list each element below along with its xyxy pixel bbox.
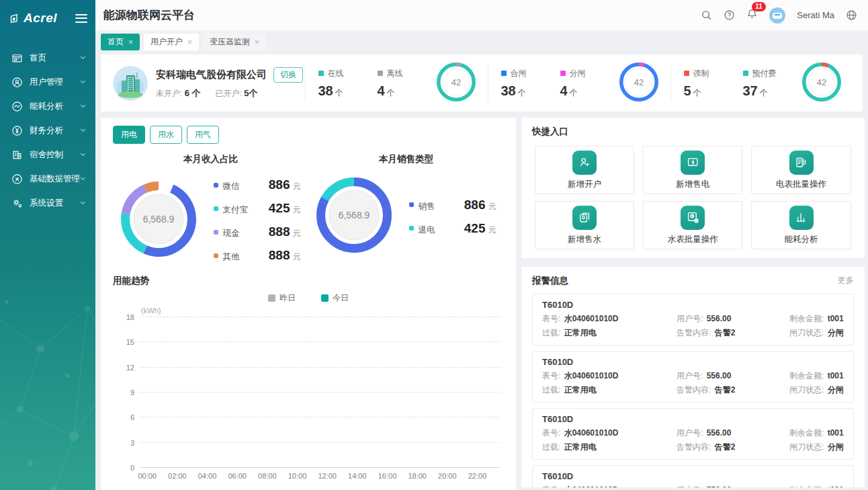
legend-unit: 元 [293,181,301,192]
language-globe-icon[interactable] [846,9,857,21]
trend-bar-chart: (kWh) 036912151800:0002:0004:0006:0008:0… [113,307,504,483]
page-title: 能源物联网云平台 [103,7,701,23]
energy-chip-用气[interactable]: 用气 [187,126,219,144]
trend-legend-今日[interactable]: 今日 [321,292,349,304]
gear-icon [11,198,23,209]
tab-open-account[interactable]: 用户开户× [144,34,199,50]
company-name: 安科瑞电气股份有限公司 [156,69,267,81]
alarm-field: 过载: 正常用电 [542,384,671,396]
quick-entry-新增开户[interactable]: 新增开户 [535,146,634,194]
energy-chip-用水[interactable]: 用水 [150,126,182,144]
energy-chip-用电[interactable]: 用电 [113,126,145,144]
energy-analysis-icon [789,206,814,230]
ring-gauge: 42 [619,63,658,101]
divider [670,65,671,101]
switch-company-button[interactable]: 切换 [273,67,303,83]
search-icon[interactable] [701,9,712,21]
income-donut-chart: 6,568.9 [121,181,196,259]
alarm-field: 过载: 正常用电 [542,327,671,339]
x-tick-label: 20:00 [438,472,457,480]
alarm-item[interactable]: T6010D表号: 水040601010D用户号: 556.00剩余金额: t0… [532,294,854,345]
sidebar-item-dormitory[interactable]: 宿舍控制 [0,142,95,167]
x-tick-label: 10:00 [288,472,307,480]
user-plus-icon [572,151,597,175]
alarm-device-id: T6010D [542,357,844,367]
legend-unit: 元 [293,228,301,239]
tab-label: 用户开户 [150,36,183,48]
sidebar-item-users[interactable]: 用户管理 [0,70,95,94]
stat-label: 预付费 [752,68,777,79]
quick-entry-水表批量操作[interactable]: 水表批量操作 [643,201,742,249]
help-icon[interactable] [724,9,735,21]
database-icon [11,173,23,185]
ring-gauge: 42 [437,63,476,101]
trend-legend: 昨日今日 [113,292,504,304]
sidebar-item-energy[interactable]: 能耗分析 [0,94,95,118]
sell-water-icon [572,206,597,230]
alarm-item[interactable]: T6010D表号: 水040601010D用户号: 556.00剩余金额: t0… [532,408,854,460]
avatar[interactable] [769,7,785,24]
close-icon[interactable]: × [255,38,259,47]
tab-home[interactable]: 首页× [101,34,140,50]
y-tick-label: 15 [126,338,134,346]
alarm-item[interactable]: T6010D表号: 水040601010D用户号: 556.00剩余金额: t0… [532,351,854,403]
svg-text:6,568.9: 6,568.9 [338,210,370,220]
sidebar-pattern [0,261,95,490]
sidebar-item-settings[interactable]: 系统设置 [0,191,95,215]
alarm-more-link[interactable]: 更多 [838,275,854,286]
sidebar-item-label: 系统设置 [30,198,80,209]
sidebar-item-finance[interactable]: 财务分析 [0,118,95,142]
overview-stat-离线: 离线4个 [378,68,419,99]
ring-gauge: 42 [802,63,841,101]
sidebar-item-basedata[interactable]: 基础数据管理 [0,167,95,191]
quick-entry-能耗分析[interactable]: 能耗分析 [751,201,851,249]
quick-entry-新增售电[interactable]: 新增售电 [643,146,742,194]
alarm-field: 剩余金额: t001 [789,427,844,439]
close-icon[interactable]: × [187,38,192,47]
close-icon[interactable]: × [128,38,133,47]
chart-title: 本月收入占比 [113,153,308,165]
company-block: 安科瑞电气股份有限公司 切换 未开户: 6 个已开户: 5个 [113,66,302,101]
y-tick-label: 0 [130,464,134,472]
legend-label: 其他 [223,251,261,263]
x-tick-label: 18:00 [408,472,427,480]
sidebar-item-label: 财务分析 [30,125,80,136]
stat-label: 离线 [387,68,403,79]
legend-square [321,294,329,302]
sidebar-item-home[interactable]: 首页 [0,46,95,70]
overview-stat-强制: 强制5个 [684,68,726,99]
alarm-field: 表号: 水040601010D [542,313,671,325]
overview-group-online: 在线38个离线4个42 [308,63,485,104]
alarm-item[interactable]: T6010D表号: 水040601010D用户号: 556.00剩余金额: t0… [532,465,854,487]
quick-entry-label: 电表批量操作 [776,179,826,190]
alarm-field: 告警内容: 告警2 [677,327,784,339]
legend-item-其他: 其他888元 [214,248,301,263]
legend-square [560,71,566,76]
brand-logo-text: Acrel [24,11,75,26]
user-name[interactable]: Serati Ma [797,10,834,20]
trend-legend-昨日[interactable]: 昨日 [268,292,296,304]
overview-stat-分闸: 分闸4个 [560,68,602,99]
legend-unit: 元 [293,251,301,263]
tab-transformer[interactable]: 变压器监测× [203,34,266,50]
y-tick-label: 6 [130,413,134,421]
x-tick-label: 08:00 [258,472,277,480]
stat-count: 38个 [501,83,543,99]
energy-type-chips: 用电用水用气 [113,126,504,144]
chevron-down-icon [80,177,86,181]
x-tick-label: 14:00 [348,472,367,480]
gridline: 9 [140,392,500,393]
alarm-title: 报警信息 [532,275,838,287]
alarm-list: T6010D表号: 水040601010D用户号: 556.00剩余金额: t0… [532,294,854,487]
energy-icon [11,101,23,112]
alarm-device-id: T6010D [542,300,844,310]
quick-entry-新增售水[interactable]: 新增售水 [535,201,634,249]
notifications[interactable]: 11 [746,8,758,22]
svg-text:42: 42 [816,77,826,87]
menu-toggle-icon[interactable] [75,14,87,23]
tab-label: 变压器监测 [210,36,250,48]
x-tick-label: 00:00 [138,472,157,480]
x-tick-label: 02:00 [168,472,187,480]
quick-entry-电表批量操作[interactable]: 电表批量操作 [751,146,851,194]
stat-label: 分闸 [570,68,586,79]
